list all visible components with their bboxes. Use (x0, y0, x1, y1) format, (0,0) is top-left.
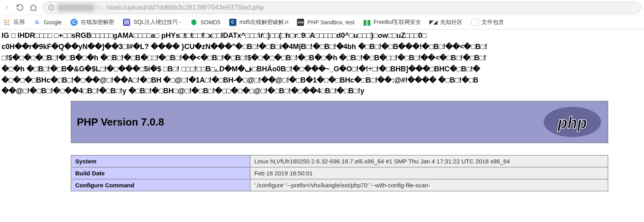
svg-point-5 (8, 20, 9, 21)
table-row: Build Date Feb 18 2019 18:50:01 (71, 167, 608, 179)
favicon-icon: ◤◢ (430, 19, 437, 26)
bookmark-item[interactable]: ◤◢ 先知社区 (430, 19, 463, 26)
phpinfo-container: PHP Version 7.0.8 php System Linux hLVfU… (71, 101, 608, 191)
favicon-icon: C (229, 19, 236, 26)
bookmark-item[interactable]: 回 SQL注入绕过技巧 - (123, 19, 181, 26)
svg-point-9 (4, 24, 5, 25)
bookmark-item[interactable]: SOMD5 (190, 19, 221, 26)
favicon-icon (190, 19, 197, 26)
site-info-icon[interactable] (48, 4, 55, 11)
bookmark-label: SOMD5 (201, 19, 221, 26)
bookmark-label: SQL注入绕过技巧 - (133, 19, 181, 26)
bookmark-item[interactable]: ▮▮ FreeBuf互联网安全 (363, 19, 422, 26)
google-icon: G (33, 19, 41, 26)
info-value: Feb 18 2019 18:50:01 (250, 167, 608, 179)
svg-point-2 (51, 6, 52, 6)
bookmark-label: PHP Sandbox, test (307, 19, 354, 26)
bookmark-item[interactable]: C md5在线解密破解,n (229, 19, 289, 26)
apps-label: 应用 (14, 19, 25, 26)
svg-point-11 (8, 24, 9, 25)
svg-text:php: php (557, 114, 587, 132)
bookmark-item[interactable]: C 在线加密解密 (70, 19, 114, 26)
favicon-icon: ▮▮ (363, 19, 371, 26)
svg-point-10 (6, 24, 7, 25)
php-version-title: PHP Version 7.0.8 (77, 116, 164, 128)
php-logo-icon: php (543, 106, 602, 138)
bookmark-item[interactable]: php PHP Sandbox, test (297, 19, 354, 26)
svg-point-7 (6, 22, 7, 23)
forward-icon[interactable] (3, 4, 10, 11)
url-path: /static/upload/dd7dd6bb3c28138f/7043e937… (106, 4, 264, 12)
svg-point-4 (6, 20, 7, 21)
reload-icon[interactable] (16, 4, 24, 12)
home-icon[interactable] (29, 4, 37, 12)
info-value: './configure' '--prefix=/vhs/kangle/ext/… (250, 179, 608, 191)
bookmark-item[interactable]: 文件包含 (471, 19, 504, 26)
bookmark-label: 先知社区 (440, 19, 463, 26)
address-bar[interactable]: ████████me/static/upload/dd7dd6bb3c28138… (43, 2, 641, 14)
info-label: Build Date (71, 167, 250, 179)
browser-toolbar: ████████me/static/upload/dd7dd6bb3c28138… (0, 0, 644, 15)
bookmark-label: Google (44, 19, 62, 26)
favicon-icon: C (70, 19, 78, 26)
url-host: ████████me (58, 4, 103, 11)
bookmark-label: 文件包含 (482, 19, 504, 26)
raw-binary-dump: IG □ IHDR□□□□ □+□□sRGB□□□□□gAMA□□□□a□ pH… (0, 29, 644, 101)
favicon-icon: 回 (123, 19, 130, 26)
favicon-icon (471, 19, 478, 26)
svg-point-8 (8, 22, 9, 23)
table-row: Configure Command './configure' '--prefi… (71, 179, 608, 191)
apps-icon (3, 19, 10, 26)
svg-point-3 (4, 20, 5, 21)
favicon-icon: php (297, 19, 304, 26)
bookmark-label: 在线加密解密 (81, 19, 114, 26)
phpinfo-table: System Linux hLVfUh160250 2.6.32-696.18.… (71, 155, 608, 191)
table-row: System Linux hLVfUh160250 2.6.32-696.18.… (71, 155, 608, 167)
info-label: System (71, 155, 250, 167)
phpinfo-header: PHP Version 7.0.8 php (71, 101, 608, 143)
svg-point-6 (4, 22, 5, 23)
info-value: Linux hLVfUh160250 2.6.32-696.18.7.el6.x… (250, 155, 608, 167)
bookmarks-bar: 应用 G Google C 在线加密解密 回 SQL注入绕过技巧 - SOMD5… (0, 15, 644, 29)
bookmark-label: FreeBuf互联网安全 (374, 19, 422, 26)
bookmark-item[interactable]: G Google (33, 19, 62, 26)
info-label: Configure Command (71, 179, 250, 191)
apps-shortcut[interactable]: 应用 (3, 19, 25, 26)
bookmark-label: md5在线解密破解,n (240, 19, 289, 26)
